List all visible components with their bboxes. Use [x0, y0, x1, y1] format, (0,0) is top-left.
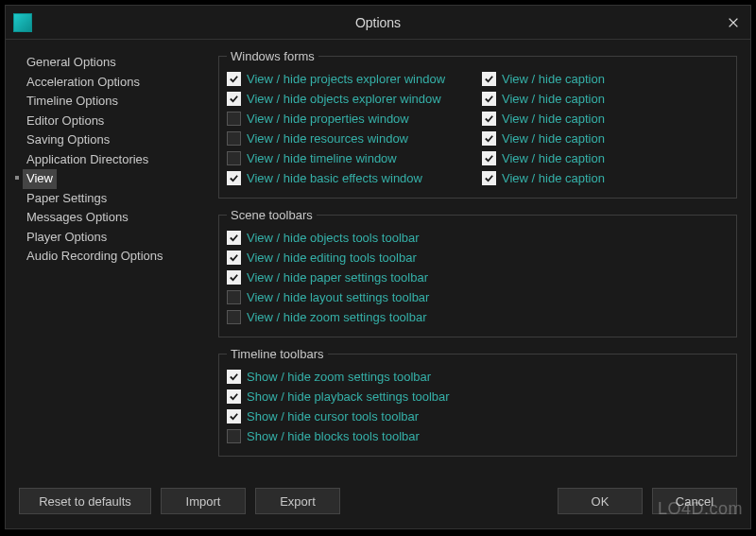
checkbox-row: View / hide resources window: [227, 129, 482, 148]
sidebar-item[interactable]: Acceleration Options: [23, 73, 211, 93]
cancel-button[interactable]: Cancel: [652, 488, 737, 514]
checkbox-label[interactable]: Show / hide blocks tools toolbar: [247, 429, 420, 443]
checkbox-row: View / hide properties window: [227, 109, 482, 129]
checkbox[interactable]: [227, 370, 241, 384]
checkbox-label[interactable]: View / hide timeline window: [247, 151, 397, 165]
group-timeline-toolbars: Timeline toolbars Show / hide zoom setti…: [218, 347, 737, 457]
checkbox-label[interactable]: View / hide properties window: [247, 112, 409, 126]
checkbox-row: View / hide objects tools toolbar: [227, 228, 729, 248]
sidebar-item[interactable]: View: [23, 169, 57, 189]
checkbox-label[interactable]: Show / hide zoom settings toolbar: [247, 370, 431, 384]
titlebar: Options: [6, 6, 750, 40]
checkbox[interactable]: [227, 151, 241, 165]
check-icon: [484, 94, 494, 104]
checkbox-label[interactable]: View / hide caption: [502, 72, 605, 86]
checkbox-label[interactable]: View / hide zoom settings toolbar: [247, 310, 427, 324]
check-icon: [229, 372, 239, 382]
check-icon: [484, 74, 494, 84]
group-legend: Windows forms: [227, 49, 318, 63]
dialog-body: General OptionsAcceleration OptionsTimel…: [6, 40, 750, 483]
checkbox-label[interactable]: View / hide caption: [502, 92, 605, 106]
checkbox-row: View / hide layout settings toolbar: [227, 287, 729, 307]
check-icon: [229, 252, 239, 263]
check-icon: [229, 233, 239, 243]
import-button[interactable]: Import: [161, 488, 246, 514]
group-legend: Scene toolbars: [227, 208, 317, 222]
checkbox[interactable]: [227, 112, 241, 126]
check-icon: [484, 173, 494, 183]
sidebar-item[interactable]: General Options: [23, 53, 211, 73]
window-title: Options: [6, 15, 750, 30]
checkbox[interactable]: [227, 310, 241, 324]
checkbox[interactable]: [227, 270, 241, 285]
checkbox-label[interactable]: View / hide caption: [502, 151, 605, 165]
sidebar: General OptionsAcceleration OptionsTimel…: [17, 49, 211, 483]
app-icon: [13, 13, 32, 32]
checkbox-label[interactable]: View / hide resources window: [247, 131, 408, 146]
checkbox[interactable]: [227, 231, 241, 245]
sidebar-item[interactable]: Saving Options: [23, 130, 211, 150]
sidebar-item[interactable]: Player Options: [23, 228, 211, 248]
check-icon: [229, 94, 239, 104]
checkbox[interactable]: [482, 131, 496, 146]
check-icon: [484, 153, 494, 164]
group-scene-toolbars: Scene toolbars View / hide objects tools…: [218, 208, 737, 337]
sidebar-item[interactable]: Application Directories: [23, 150, 211, 170]
checkbox-row: View / hide caption: [482, 129, 652, 148]
check-icon: [229, 272, 239, 283]
checkbox-row: Show / hide blocks tools toolbar: [227, 426, 729, 446]
checkbox-row: View / hide zoom settings toolbar: [227, 307, 729, 327]
checkbox[interactable]: [227, 251, 241, 265]
checkbox[interactable]: [482, 112, 496, 126]
checkbox[interactable]: [482, 92, 496, 106]
check-icon: [229, 74, 239, 84]
checkbox-row: View / hide objects explorer window: [227, 89, 482, 109]
options-dialog: Options General OptionsAcceleration Opti…: [5, 5, 751, 529]
checkbox-row: View / hide basic effects window: [227, 168, 482, 188]
checkbox-row: View / hide caption: [482, 148, 652, 168]
checkbox[interactable]: [482, 151, 496, 165]
checkbox-label[interactable]: View / hide paper settings toolbar: [247, 270, 428, 285]
sidebar-item[interactable]: Timeline Options: [23, 92, 211, 112]
checkbox-label[interactable]: View / hide objects tools toolbar: [247, 231, 420, 245]
checkbox[interactable]: [482, 72, 496, 86]
checkbox-label[interactable]: Show / hide playback settings toolbar: [247, 389, 450, 404]
checkbox-label[interactable]: View / hide projects explorer window: [247, 72, 445, 86]
checkbox[interactable]: [227, 290, 241, 304]
ok-button[interactable]: OK: [558, 488, 643, 514]
sidebar-item[interactable]: Audio Recording Options: [23, 247, 211, 267]
sidebar-item[interactable]: Editor Options: [23, 112, 211, 131]
reset-defaults-button[interactable]: Reset to defaults: [19, 488, 151, 514]
checkbox-label[interactable]: View / hide basic effects window: [247, 171, 422, 185]
close-icon: [727, 16, 740, 29]
checkbox-label[interactable]: Show / hide cursor tools toolbar: [247, 409, 419, 424]
checkbox-row: View / hide projects explorer window: [227, 69, 482, 89]
close-button[interactable]: [716, 6, 750, 40]
sidebar-item[interactable]: Messages Options: [23, 208, 211, 228]
sidebar-item[interactable]: Paper Settings: [23, 189, 211, 209]
checkbox[interactable]: [227, 92, 241, 106]
checkbox-row: Show / hide cursor tools toolbar: [227, 406, 729, 426]
checkbox-row: Show / hide playback settings toolbar: [227, 387, 729, 406]
checkbox[interactable]: [227, 131, 241, 146]
group-windows-forms: Windows forms View / hide projects explo…: [218, 49, 737, 199]
check-icon: [229, 391, 239, 402]
checkbox-label[interactable]: View / hide caption: [502, 171, 605, 185]
checkbox-label[interactable]: View / hide layout settings toolbar: [247, 290, 429, 304]
checkbox-row: View / hide caption: [482, 168, 652, 188]
checkbox[interactable]: [227, 409, 241, 424]
checkbox-row: View / hide timeline window: [227, 148, 482, 168]
checkbox-label[interactable]: View / hide objects explorer window: [247, 92, 441, 106]
checkbox[interactable]: [482, 171, 496, 185]
checkbox[interactable]: [227, 429, 241, 443]
checkbox-row: View / hide caption: [482, 69, 652, 89]
export-button[interactable]: Export: [255, 488, 340, 514]
checkbox-row: View / hide paper settings toolbar: [227, 268, 729, 287]
checkbox-label[interactable]: View / hide caption: [502, 112, 605, 126]
checkbox-label[interactable]: View / hide caption: [502, 131, 605, 146]
checkbox[interactable]: [227, 389, 241, 404]
checkbox[interactable]: [227, 72, 241, 86]
checkbox-label[interactable]: View / hide editing tools toolbar: [247, 251, 417, 265]
content-panel: Windows forms View / hide projects explo…: [211, 49, 737, 483]
checkbox[interactable]: [227, 171, 241, 185]
